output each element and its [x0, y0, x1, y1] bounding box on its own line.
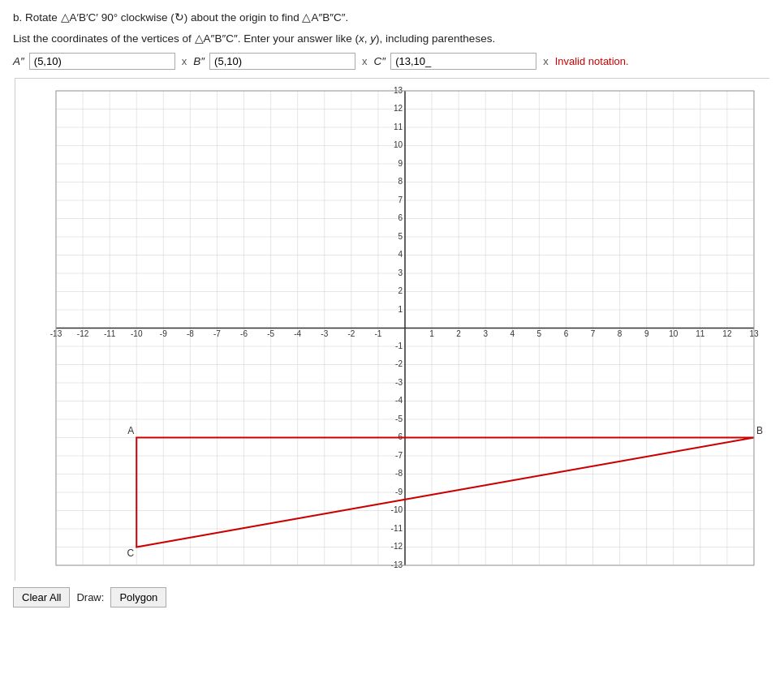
b-label: B″	[193, 55, 205, 67]
c-clear-button[interactable]: x	[541, 55, 550, 67]
b-input[interactable]	[209, 53, 355, 70]
problem-text-line1: b. Rotate △A′B′C′ 90° clockwise (↻) abou…	[13, 10, 771, 26]
a-label: A″	[13, 55, 24, 67]
a-clear-button[interactable]: x	[180, 55, 189, 67]
problem-text-line2: List the coordinates of the vertices of …	[13, 31, 771, 47]
clear-all-button[interactable]: Clear All	[13, 587, 70, 607]
polygon-button[interactable]: Polygon	[110, 587, 166, 607]
invalid-notation: Invalid notation.	[555, 55, 629, 67]
bottom-bar: Clear All Draw: Polygon	[13, 587, 771, 607]
a-input[interactable]	[29, 53, 175, 70]
coordinate-row: A″ x B″ x C″ x Invalid notation.	[13, 53, 771, 70]
graph-container	[15, 78, 769, 581]
b-clear-button[interactable]: x	[360, 55, 369, 67]
draw-label: Draw:	[76, 591, 104, 603]
c-label: C″	[374, 55, 386, 67]
c-input[interactable]	[390, 53, 536, 70]
